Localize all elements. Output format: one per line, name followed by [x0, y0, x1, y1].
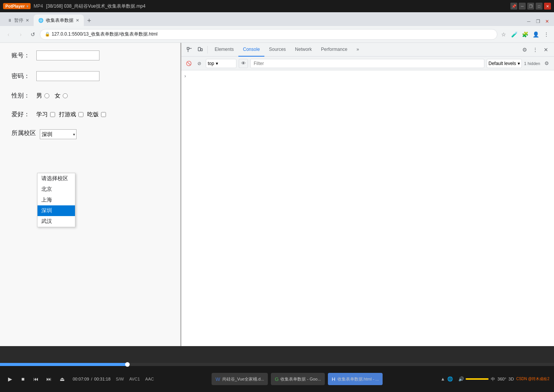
console-level-arrow: ▾ [518, 61, 520, 66]
chrome-restore-btn[interactable]: ❐ [534, 18, 542, 25]
devtools-console-content: › [181, 70, 554, 346]
hobby-row: 爱好： 学习 打游戏 吃饭 [11, 111, 169, 119]
potplayer-maximize-btn[interactable]: □ [536, 3, 543, 10]
tab-pause-label: 暂停 [14, 17, 23, 24]
hobby-food-checkbox[interactable] [101, 112, 106, 117]
address-input[interactable]: 🔒 127.0.0.1:5500/13_收集表单数据/收集表单数据.html [40, 29, 497, 40]
media-next-btn[interactable]: ⏭ [44, 374, 54, 384]
dropdown-option-shenzhen[interactable]: 深圳 [37, 205, 75, 216]
settings-icon[interactable]: ⋮ [542, 30, 551, 39]
console-context-select[interactable]: top ▾ [206, 59, 236, 68]
chrome-close-btn[interactable]: ✕ [543, 18, 551, 25]
school-select[interactable]: 请选择校区 北京 上海 深圳 武汉 [40, 129, 77, 139]
media-stop-btn[interactable]: ■ [18, 374, 28, 384]
devtools-console-bar: 🚫 ⊘ top ▾ 👁 Default levels ▾ 1 hidden ⚙ [181, 57, 554, 70]
hobby-study-label: 学习 [36, 111, 48, 118]
media-progress-bar[interactable] [0, 363, 554, 366]
media-prev-btn[interactable]: ⏮ [31, 374, 41, 384]
chrome-icon: G [275, 376, 279, 382]
tab-elements[interactable]: Elements [210, 43, 238, 57]
taskbar-app-word[interactable]: W 尚硅谷_Vue全家桶.d... [212, 373, 268, 385]
tab-network[interactable]: Network [290, 43, 316, 57]
taskbar: ▶ ■ ⏮ ⏭ ⏏ 00:07:09 / 00:31:18 S/W AVC1 A… [0, 363, 554, 392]
hobby-food-label: 吃饭 [87, 111, 99, 118]
svg-rect-0 [187, 47, 189, 49]
tab-pause-close[interactable]: ✕ [26, 18, 29, 23]
volume-icon[interactable]: 🔊 [458, 376, 464, 382]
devtools-panel: Elements Console Sources Network Perform… [181, 43, 554, 346]
tab-sources[interactable]: Sources [264, 43, 290, 57]
potplayer-titlebar: PotPlayer ▾ MP4 [38/168] 038_尚硅谷Vue技术_收集… [0, 0, 554, 12]
tab-form-icon: 🌐 [38, 18, 44, 23]
devtools-close-btn[interactable]: ✕ [541, 45, 551, 55]
dropdown-option-default[interactable]: 请选择校区 [37, 173, 75, 184]
taskbar-app-vscode[interactable]: H 收集表单数据.html - ... [328, 373, 383, 385]
console-filter-btn[interactable]: ⊘ [195, 59, 204, 68]
chrome-minimize-btn[interactable]: ─ [525, 18, 533, 25]
password-input[interactable] [36, 71, 99, 81]
media-format-info: S/W [116, 377, 124, 381]
dropdown-option-wuhan[interactable]: 武汉 [37, 216, 75, 227]
address-url-text: 127.0.0.1:5500/13_收集表单数据/收集表单数据.html [52, 31, 158, 37]
account-input[interactable] [36, 50, 99, 60]
bookmark-icon[interactable]: ☆ [499, 30, 508, 39]
chrome-labs-icon[interactable]: 🧪 [510, 30, 519, 39]
gender-male-radio[interactable] [44, 93, 49, 98]
gender-label: 性别： [11, 92, 33, 100]
tab-form[interactable]: 🌐 收集表单数据 ✕ [34, 15, 84, 26]
console-filter-input[interactable] [250, 59, 484, 68]
tab-more[interactable]: » [352, 43, 364, 57]
vscode-icon: H [332, 376, 335, 382]
back-button[interactable]: ‹ [3, 29, 14, 40]
tray-3d-text[interactable]: 3D [508, 377, 514, 381]
forward-button[interactable]: › [15, 29, 26, 40]
devtools-more-btn[interactable]: ⋮ [530, 45, 540, 55]
hobby-study-checkbox[interactable] [50, 112, 55, 117]
console-eye-btn[interactable]: 👁 [239, 59, 248, 68]
taskbar-app-chrome[interactable]: G 收集表单数据 - Goo... [271, 373, 325, 385]
address-bar: ‹ › ↺ 🔒 127.0.0.1:5500/13_收集表单数据/收集表单数据.… [0, 26, 554, 43]
school-row: 所属校区 请选择校区 北京 上海 深圳 武汉 ▾ 请选择校区 北京 上海 [11, 129, 169, 139]
tray-net-icon[interactable]: 🌐 [447, 376, 453, 382]
profile-icon[interactable]: 👤 [531, 30, 540, 39]
svg-rect-3 [198, 47, 200, 51]
potplayer-format: MP4 [34, 3, 43, 9]
hobby-game-checkbox[interactable] [78, 112, 83, 117]
tray-lang-icon[interactable]: 中 [491, 376, 495, 382]
media-eject-btn[interactable]: ⏏ [57, 374, 67, 384]
console-chevron[interactable]: › [181, 72, 554, 80]
potplayer-pin-btn[interactable]: 📌 [510, 3, 517, 10]
media-current-time: 00:07:09 / 00:31:18 [73, 377, 111, 381]
dropdown-option-beijing[interactable]: 北京 [37, 184, 75, 195]
extensions-icon[interactable]: 🧩 [520, 30, 530, 39]
console-settings-btn[interactable]: ⚙ [543, 59, 551, 68]
potplayer-minimize-btn[interactable]: ─ [519, 3, 526, 10]
new-tab-button[interactable]: + [84, 15, 95, 26]
tab-form-close[interactable]: ✕ [76, 18, 79, 23]
gender-female-radio[interactable] [63, 93, 68, 98]
tab-performance[interactable]: Performance [316, 43, 352, 57]
devtools-device-btn[interactable] [195, 45, 205, 55]
media-codec2: AAC [145, 377, 154, 381]
gender-row: 性别： 男 女 [11, 92, 169, 100]
media-progress-fill [0, 363, 127, 366]
dropdown-option-shanghai[interactable]: 上海 [37, 195, 75, 205]
media-progress-thumb[interactable] [125, 362, 130, 367]
tab-pause[interactable]: ⏸ 暂停 ✕ [3, 15, 34, 26]
console-clear-btn[interactable]: 🚫 [184, 59, 193, 68]
reload-button[interactable]: ↺ [28, 29, 38, 40]
address-bar-right: ☆ 🧪 🧩 👤 ⋮ [499, 30, 551, 39]
tab-console[interactable]: Console [238, 43, 264, 57]
media-play-btn[interactable]: ▶ [5, 374, 15, 384]
word-app-label: 尚硅谷_Vue全家桶.d... [222, 376, 264, 382]
potplayer-close-btn[interactable]: ✕ [544, 3, 551, 10]
potplayer-logo[interactable]: PotPlayer ▾ [3, 3, 31, 9]
devtools-inspect-btn[interactable] [184, 45, 194, 55]
console-level-select[interactable]: Default levels ▾ [487, 59, 522, 68]
chrome-app-label: 收集表单数据 - Goo... [280, 376, 321, 382]
potplayer-restore-btn[interactable]: ❐ [527, 3, 534, 10]
devtools-settings-btn[interactable]: ⚙ [520, 45, 530, 55]
tray-hide-icon[interactable]: ▲ [440, 376, 445, 382]
potplayer-dropdown-arrow[interactable]: ▾ [26, 4, 28, 8]
volume-slider[interactable] [466, 378, 489, 380]
